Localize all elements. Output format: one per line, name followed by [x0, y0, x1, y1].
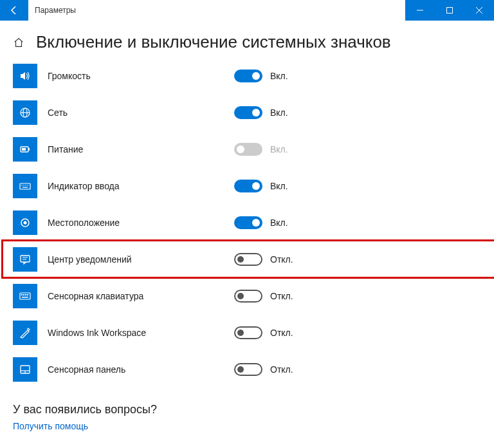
toggle-wrap: Вкл. [234, 106, 288, 119]
toggle-wrap: Откл. [234, 290, 293, 303]
setting-row-network: СетьВкл. [13, 94, 481, 131]
svg-point-17 [24, 221, 27, 224]
minimize-icon [417, 7, 423, 14]
svg-rect-18 [21, 256, 30, 262]
toggle-touchkey[interactable] [234, 290, 262, 303]
page-title: Включение и выключение системных значков [36, 32, 391, 52]
toggle-state-label: Вкл. [270, 181, 288, 191]
svg-rect-22 [21, 294, 23, 295]
toggle-power [234, 143, 262, 156]
toggle-state-label: Вкл. [270, 218, 288, 228]
maximize-icon [446, 7, 453, 14]
toggle-state-label: Откл. [270, 328, 293, 338]
svg-rect-25 [27, 294, 28, 295]
footer-question: У вас появились вопросы? [13, 403, 481, 416]
svg-rect-9 [22, 148, 26, 151]
toggle-wrap: Вкл. [234, 70, 288, 82]
touchpad-icon [13, 357, 37, 382]
arrow-left-icon [9, 5, 19, 15]
toggle-state-label: Вкл. [270, 107, 288, 118]
maximize-button[interactable] [435, 0, 464, 21]
svg-rect-10 [20, 183, 30, 189]
toggle-state-label: Вкл. [270, 144, 288, 154]
toggle-state-label: Откл. [270, 364, 293, 375]
setting-row-volume: ГромкостьВкл. [13, 57, 481, 94]
toggle-wrap: Откл. [234, 326, 293, 339]
toggle-input[interactable] [234, 180, 262, 192]
svg-rect-1 [447, 8, 453, 14]
svg-rect-8 [28, 148, 30, 151]
toggle-wrap: Откл. [234, 363, 293, 376]
svg-rect-15 [23, 187, 28, 187]
titlebar: Параметры [0, 0, 494, 21]
toggle-state-label: Вкл. [270, 71, 288, 81]
setting-label: Сенсорная панель [48, 364, 234, 375]
setting-row-touchkey: Сенсорная клавиатураОткл. [13, 277, 481, 314]
power-icon [13, 137, 37, 162]
svg-rect-24 [25, 294, 26, 295]
toggle-ink[interactable] [234, 326, 262, 339]
setting-label: Местоположение [48, 218, 234, 228]
setting-row-input: Индикатор вводаВкл. [13, 167, 481, 204]
setting-row-notification: Центр уведомленийОткл. [13, 241, 481, 277]
toggle-notification[interactable] [234, 253, 262, 266]
svg-rect-23 [23, 294, 24, 295]
toggle-state-label: Откл. [270, 291, 293, 301]
setting-label: Сенсорная клавиатура [48, 291, 234, 301]
location-icon [13, 210, 37, 235]
svg-point-12 [23, 185, 24, 185]
setting-label: Питание [48, 144, 234, 154]
toggle-wrap: Вкл. [234, 216, 288, 229]
toggle-location[interactable] [234, 216, 262, 229]
svg-rect-21 [20, 293, 30, 299]
toggle-wrap: Откл. [234, 253, 293, 266]
setting-label: Центр уведомлений [48, 254, 234, 265]
setting-label: Индикатор ввода [48, 181, 234, 191]
settings-list: ГромкостьВкл.СетьВкл.ПитаниеВкл.Индикато… [13, 57, 481, 387]
volume-icon [13, 64, 37, 88]
toggle-wrap: Вкл. [234, 143, 288, 156]
setting-label: Громкость [48, 71, 234, 81]
setting-row-location: МестоположениеВкл. [13, 204, 481, 241]
svg-point-11 [21, 185, 22, 185]
toggle-wrap: Вкл. [234, 180, 288, 192]
toggle-network[interactable] [234, 106, 262, 119]
setting-label: Сеть [48, 107, 234, 118]
input-icon [13, 174, 37, 198]
ink-icon [13, 321, 37, 345]
setting-label: Windows Ink Workspace [48, 328, 234, 338]
network-icon [13, 100, 37, 125]
toggle-touchpad[interactable] [234, 363, 262, 376]
content: Включение и выключение системных значков… [0, 21, 494, 438]
svg-point-13 [25, 185, 26, 185]
touchkey-icon [13, 284, 37, 308]
home-icon[interactable] [13, 37, 24, 48]
notification-icon [13, 247, 37, 272]
close-icon [476, 7, 482, 14]
svg-point-14 [27, 185, 28, 185]
setting-row-touchpad: Сенсорная панельОткл. [13, 351, 481, 387]
close-button[interactable] [464, 0, 494, 21]
window-title: Параметры [28, 0, 76, 21]
setting-row-power: ПитаниеВкл. [13, 131, 481, 167]
setting-row-ink: Windows Ink WorkspaceОткл. [13, 314, 481, 351]
header-row: Включение и выключение системных значков [13, 21, 481, 56]
minimize-button[interactable] [405, 0, 435, 21]
toggle-volume[interactable] [234, 70, 262, 82]
svg-rect-26 [22, 297, 28, 298]
toggle-state-label: Откл. [270, 254, 293, 265]
back-button[interactable] [0, 0, 28, 21]
help-link[interactable]: Получить помощь [13, 421, 88, 431]
footer: У вас появились вопросы? Получить помощь [13, 403, 481, 432]
